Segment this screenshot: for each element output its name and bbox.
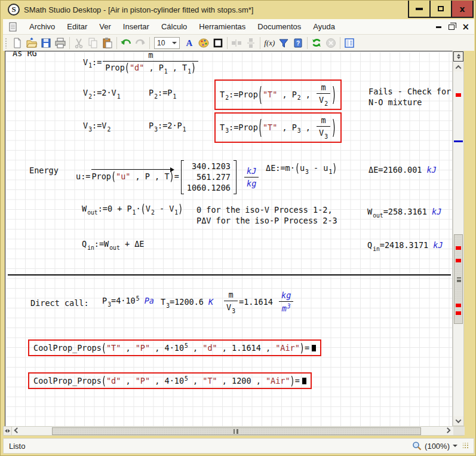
horizontal-scrollbar[interactable] [3, 426, 464, 436]
chevron-down-icon [456, 417, 462, 423]
error-position-marker [456, 259, 461, 262]
note-fails-check[interactable]: Fails - Check forN-O mixture [368, 86, 451, 108]
font-size-value: 10 [157, 39, 165, 47]
eq-v2-definition[interactable]: V2:=2·V1 [83, 87, 121, 100]
align-horizontal-button[interactable] [229, 36, 244, 50]
close-icon: x [459, 5, 465, 13]
text-as-rg[interactable]: As RG [13, 51, 37, 59]
scroll-down-button[interactable] [453, 416, 463, 426]
menu-documentos[interactable]: Documentos [251, 20, 307, 33]
scroll-left-button[interactable] [13, 427, 22, 435]
eq-qin-result[interactable]: Qin=2418.3171 kJ [367, 240, 443, 253]
vertical-scrollbar[interactable] [453, 51, 464, 426]
eq-delta-e-definition[interactable]: ΔE:=m·(u3 - u1) [266, 163, 337, 176]
eq-t3-definition-error[interactable]: T3:=Prop("T" , P3 , mV3) [214, 112, 342, 143]
title-bar: S SMath Studio Desktop - [Air in piston-… [1, 1, 476, 19]
minimize-icon [416, 8, 423, 10]
scrollbar-corner [453, 427, 465, 435]
font-size-select[interactable]: 10 [154, 37, 180, 49]
options-panel-button[interactable] [342, 36, 357, 50]
eq-v1-definition[interactable]: V1:=mProp("d" , P1 , T1) [83, 51, 199, 75]
chevron-up-icon [456, 65, 462, 71]
eq-coolprop-call-2-error[interactable]: CoolProp_Props("d" , "P" , 4·105 , "T" ,… [28, 372, 312, 389]
menu-herramientas[interactable]: Herramientas [193, 20, 251, 33]
eq-coolprop-call-1-error[interactable]: CoolProp_Props("T" , "P" , 4·105 , "d" ,… [28, 339, 321, 356]
menu-archivo[interactable]: Archivo [23, 20, 61, 33]
zoom-dropdown-caret-icon[interactable] [453, 445, 457, 447]
copy-button[interactable] [86, 36, 100, 50]
menu-ver[interactable]: Ver [93, 20, 117, 33]
menu-calculo[interactable]: Cálculo [155, 20, 193, 33]
window-maximize-button[interactable] [429, 1, 452, 18]
eq-t2-definition-error[interactable]: T2:=Prop("T" , P2 , mV2) [214, 79, 342, 110]
cut-button[interactable] [72, 36, 86, 50]
worksheet-canvas[interactable]: As RGV1:=mProp("d" , P1 , T1)V2:=2·V1P2:… [5, 51, 453, 426]
chevron-left-icon [14, 427, 20, 433]
font-size-caret-icon [172, 42, 177, 44]
chevron-right-icon [445, 427, 451, 433]
error-position-marker [456, 311, 461, 315]
scroll-up-button[interactable] [453, 62, 463, 72]
recalculate-button[interactable] [309, 36, 324, 50]
menu-ayuda[interactable]: Ayuda [307, 20, 341, 33]
eq-delta-e-result[interactable]: ΔE=2160.001 kJ [368, 164, 437, 175]
save-button[interactable] [39, 36, 53, 50]
maximize-icon [438, 6, 444, 11]
palette-button[interactable] [196, 36, 211, 50]
eq-qin-definition[interactable]: Qin:=Wout + ΔE [82, 238, 144, 252]
undo-button[interactable] [119, 36, 133, 50]
error-position-marker [456, 304, 461, 307]
border-button[interactable] [211, 36, 225, 50]
zoom-magnifier-icon [412, 441, 422, 451]
align-vertical-button[interactable] [244, 36, 258, 50]
eq-wout-result[interactable]: Wout=258.3161 kJ [367, 206, 441, 219]
eq-v3-definition[interactable]: V3:=V2 [83, 120, 110, 133]
font-color-button[interactable]: A [182, 36, 196, 50]
eq-p3-result[interactable]: P3=4·105 Pa [102, 295, 154, 308]
document-icon [9, 22, 17, 32]
eq-p2-definition[interactable]: P2:=P1 [149, 87, 176, 100]
function-insert-button[interactable]: f(x) [262, 36, 277, 50]
text-direct-call-label[interactable]: Direct call: [30, 298, 89, 308]
eq-p3-definition[interactable]: P3:=2·P1 [149, 120, 186, 133]
print-button[interactable] [53, 36, 67, 50]
horizontal-scroll-thumb[interactable] [52, 427, 421, 435]
thumb-grip-icon [457, 277, 461, 282]
status-message: Listo [9, 442, 25, 451]
filter-button[interactable] [277, 36, 291, 50]
menu-insertar[interactable]: Insertar [117, 20, 155, 33]
mdi-restore-button[interactable] [449, 25, 454, 30]
paste-button[interactable] [100, 36, 115, 50]
svg-text:A: A [186, 38, 193, 48]
resize-grip[interactable] [463, 443, 469, 449]
scroll-right-button[interactable] [443, 427, 452, 435]
eq-wout-definition[interactable]: Wout:=0 + P1·(V2 - V1) [82, 203, 183, 216]
text-energy-label[interactable]: Energy [29, 165, 59, 176]
split-view-button[interactable] [453, 51, 463, 62]
note-iso-process[interactable]: 0 for the iso-V Process 1-2,PΔV for the … [196, 204, 337, 226]
svg-text:?: ? [296, 40, 300, 47]
menu-bar: Archivo Editar Ver Insertar Cálculo Herr… [3, 19, 474, 35]
menu-editar[interactable]: Editar [61, 20, 93, 33]
new-document-button[interactable] [10, 36, 24, 50]
window-title: SMath Studio Desktop - [Air in piston-cy… [24, 5, 253, 14]
zoom-level[interactable]: (100%) [425, 442, 450, 451]
app-window: S SMath Studio Desktop - [Air in piston-… [0, 0, 476, 456]
mdi-minimize-button[interactable] [436, 26, 441, 28]
toolbar-grip[interactable] [5, 38, 8, 48]
fx-icon: f(x) [264, 38, 275, 48]
redo-button[interactable] [133, 36, 148, 50]
smath-logo-icon: S [8, 4, 20, 16]
eq-density-result[interactable]: mV3=1.1614 kgm3 [223, 289, 294, 315]
stop-calculation-button[interactable] [324, 36, 338, 50]
error-position-marker [456, 93, 461, 97]
window-minimize-button[interactable] [408, 1, 431, 18]
eq-u-vector-result[interactable]: u:=Prop("u" , P , T)=340.1203561.2771060… [76, 160, 260, 194]
open-file-button[interactable] [24, 36, 39, 50]
mdi-close-button[interactable]: × [462, 23, 469, 32]
horizontal-split-button[interactable] [4, 427, 12, 435]
window-close-button[interactable]: x [451, 1, 474, 18]
eq-t3-result[interactable]: T3=1200.6 K [161, 296, 213, 310]
help-reference-button[interactable]: ? [291, 36, 305, 50]
thumb-grip-icon [234, 429, 238, 434]
